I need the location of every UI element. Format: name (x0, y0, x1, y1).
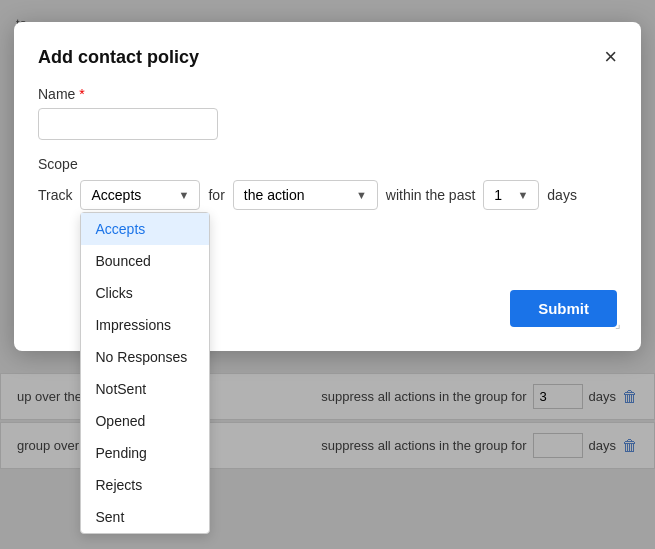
for-label: for (208, 187, 224, 203)
action-selected-value: the action (244, 187, 305, 203)
days-dropdown-button[interactable]: 1 ▼ (483, 180, 539, 210)
modal: Add contact policy × Name * Scope Track … (14, 22, 641, 351)
scope-label: Scope (38, 156, 617, 172)
required-star: * (75, 86, 84, 102)
name-input[interactable] (38, 108, 218, 140)
dropdown-item-impressions[interactable]: Impressions (81, 309, 209, 341)
track-selected-value: Accepts (91, 187, 141, 203)
within-label: within the past (386, 187, 476, 203)
days-label: days (547, 187, 577, 203)
name-field-group: Name * (38, 86, 617, 140)
modal-title: Add contact policy (38, 47, 199, 68)
dropdown-item-opened[interactable]: Opened (81, 405, 209, 437)
dropdown-item-pending[interactable]: Pending (81, 437, 209, 469)
track-dropdown-menu: Accepts Bounced Clicks Impressions No Re… (80, 212, 210, 534)
close-button[interactable]: × (604, 46, 617, 68)
track-chevron-icon: ▼ (179, 189, 190, 201)
dropdown-item-no-responses[interactable]: No Responses (81, 341, 209, 373)
track-label: Track (38, 187, 72, 203)
dropdown-item-rejects[interactable]: Rejects (81, 469, 209, 501)
track-dropdown-wrapper: Accepts ▼ Accepts Bounced Clicks Impress… (80, 180, 200, 210)
days-selected-value: 1 (494, 187, 502, 203)
dropdown-item-sent[interactable]: Sent (81, 501, 209, 533)
days-chevron-icon: ▼ (517, 189, 528, 201)
name-label: Name * (38, 86, 617, 102)
modal-header: Add contact policy × (38, 46, 617, 68)
resize-handle: ⌟ (615, 317, 621, 331)
dropdown-item-bounced[interactable]: Bounced (81, 245, 209, 277)
action-dropdown-button[interactable]: the action ▼ (233, 180, 378, 210)
dropdown-item-clicks[interactable]: Clicks (81, 277, 209, 309)
action-chevron-icon: ▼ (356, 189, 367, 201)
dropdown-item-notsent[interactable]: NotSent (81, 373, 209, 405)
track-row: Track Accepts ▼ Accepts Bounced Clicks I… (38, 180, 617, 210)
dropdown-item-accepts[interactable]: Accepts (81, 213, 209, 245)
submit-button[interactable]: Submit (510, 290, 617, 327)
track-dropdown-button[interactable]: Accepts ▼ (80, 180, 200, 210)
scope-group: Scope Track Accepts ▼ Accepts Bounced Cl… (38, 156, 617, 210)
